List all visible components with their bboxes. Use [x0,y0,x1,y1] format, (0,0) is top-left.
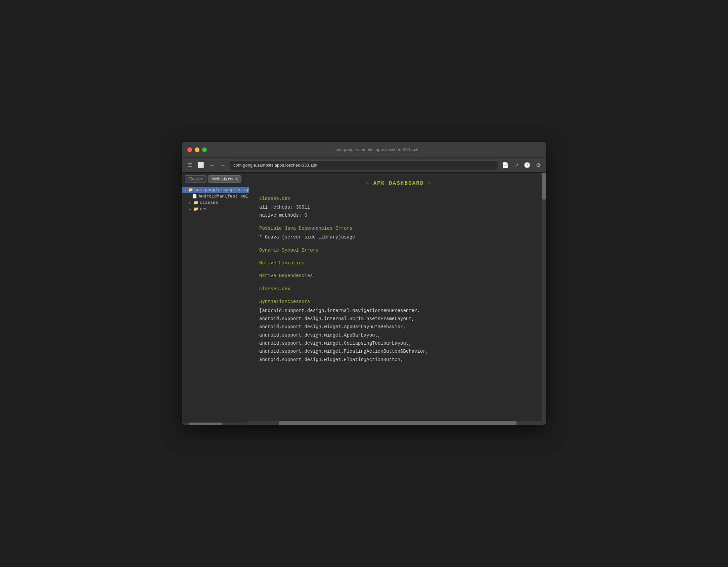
section-header-classes-dex-2: classes.dex [259,285,538,293]
hamburger-icon[interactable]: ☰ [186,161,193,170]
tab-classes[interactable]: Classes [185,175,207,183]
expand-arrow: ▶ [189,201,192,205]
sidebar-tree[interactable]: ▶ 📁 com.google.samples.apps 📄 AndroidMan… [182,185,249,423]
expand-arrow: ▶ [189,207,192,211]
section-header-classes-dex: classes.dex [259,195,538,202]
folder-icon: 📁 [188,187,193,192]
file-icon[interactable]: 📄 [501,161,510,170]
synthetic-line-6: android.support.design.widget.FloatingAc… [259,348,538,355]
history-icon[interactable]: 🕐 [522,161,532,170]
folder-icon: 📁 [193,207,198,212]
tree-item-classes[interactable]: ▶ 📁 classes [182,200,249,206]
forward-icon[interactable]: → [219,161,227,170]
expand-arrow: ▶ [185,188,187,192]
section-java-deps: Possible Java Dependencies Errors * Guav… [259,225,538,241]
folder-icon[interactable]: ⬜ [196,161,206,170]
folder-icon: 📁 [193,200,198,205]
sidebar: Classes Methods count ▶ 📁 com.google.sam… [182,173,249,425]
tree-item-res[interactable]: ▶ 📁 res [182,206,249,212]
bottom-scrollbar-thumb [279,421,516,425]
app-window: com.google.samples.apps.iosched-333.apk … [182,142,546,425]
tree-item-com-google[interactable]: ▶ 📁 com.google.samples.apps [182,187,249,193]
close-button[interactable] [187,147,192,152]
path-input[interactable] [230,161,498,170]
sidebar-scrollbar-thumb [189,423,222,425]
file-icon: 📄 [192,194,197,199]
maximize-button[interactable] [202,147,207,152]
content-scrollbar-thumb [542,173,546,200]
synthetic-line-3: android.support.design.widget.AppBarLayo… [259,323,538,331]
spacer [189,194,191,198]
section-header-native-libs: Native Libraries [259,259,538,267]
content-scrollbar[interactable] [542,173,546,425]
tab-methods-count[interactable]: Methods count [208,175,242,183]
sidebar-scrollbar[interactable] [182,423,249,425]
export-icon[interactable]: ↗ [513,161,520,170]
main-area: Classes Methods count ▶ 📁 com.google.sam… [182,173,546,425]
section-dynamic-symbol: Dynamic Symbol Errors [259,247,538,254]
section-classes-dex-1: classes.dex all methods: 30011 native me… [259,195,538,219]
content-scroll-area[interactable]: ~ APK DASHBOARD ~ classes.dex all method… [249,173,546,421]
dashboard-title: ~ APK DASHBOARD ~ [259,179,538,188]
section-subheader-synthetic: SyntheticAccessors [259,298,538,305]
minimize-button[interactable] [195,147,199,152]
toolbar: ☰ ⬜ ← → 📄 ↗ 🕐 ⚙ [182,158,546,173]
title-bar: com.google.samples.apps.iosched-333.apk [182,142,546,158]
guava-item: * Guava (server side library)usage [259,233,538,241]
synthetic-line-7: android.support.design.widget.FloatingAc… [259,356,538,363]
back-icon[interactable]: ← [208,161,216,170]
sidebar-tabs: Classes Methods count [182,173,249,185]
content-area: ~ APK DASHBOARD ~ classes.dex all method… [249,173,546,425]
bottom-scrollbar[interactable] [249,421,546,425]
traffic-lights [187,147,207,152]
gear-icon[interactable]: ⚙ [535,161,542,170]
section-header-java-deps: Possible Java Dependencies Errors [259,225,538,232]
synthetic-line-5: android.support.design.widget.Collapsing… [259,340,538,347]
section-header-native-deps: Native Dependencies [259,272,538,279]
synthetic-line-1: [android.support.design.internal.Navigat… [259,307,538,314]
section-header-dynamic-symbol: Dynamic Symbol Errors [259,247,538,254]
section-classes-dex-2: classes.dex SyntheticAccessors [android.… [259,285,538,364]
tree-item-androidmanifest[interactable]: 📄 AndroidManifest.xml [182,193,249,200]
section-native-deps: Native Dependencies [259,272,538,279]
synthetic-line-4: android.support.design.widget.AppBarLayo… [259,332,538,339]
window-title: com.google.samples.apps.iosched-333.apk [212,147,541,152]
native-methods-line: native methods: 0 [259,212,538,219]
synthetic-line-2: android.support.design.internal.ScrimIns… [259,315,538,322]
all-methods-line: all methods: 30011 [259,204,538,211]
section-native-libs: Native Libraries [259,259,538,267]
